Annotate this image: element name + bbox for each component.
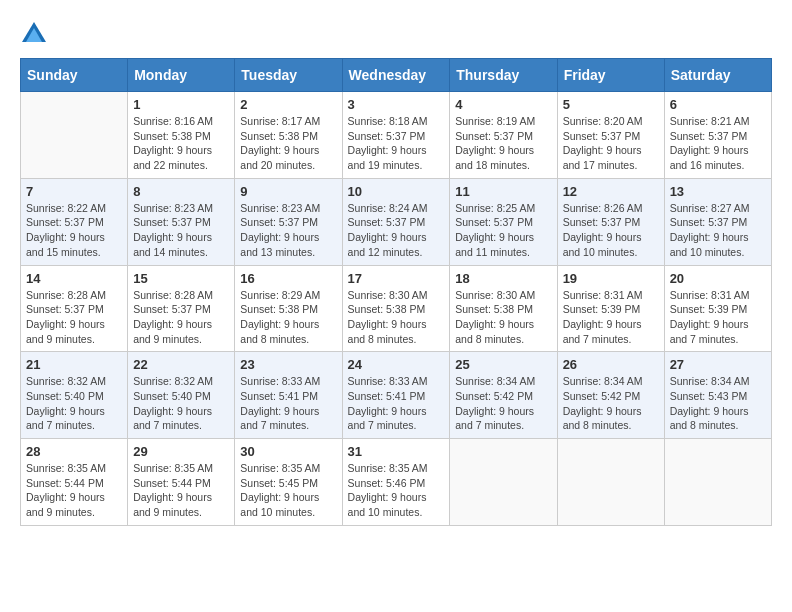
- day-number: 13: [670, 184, 766, 199]
- day-info: Sunrise: 8:22 AM Sunset: 5:37 PM Dayligh…: [26, 201, 122, 260]
- day-number: 7: [26, 184, 122, 199]
- day-number: 30: [240, 444, 336, 459]
- calendar-week-row: 1Sunrise: 8:16 AM Sunset: 5:38 PM Daylig…: [21, 92, 772, 179]
- weekday-header: Friday: [557, 59, 664, 92]
- calendar-table: SundayMondayTuesdayWednesdayThursdayFrid…: [20, 58, 772, 526]
- calendar-cell: 12Sunrise: 8:26 AM Sunset: 5:37 PM Dayli…: [557, 178, 664, 265]
- calendar-cell: 6Sunrise: 8:21 AM Sunset: 5:37 PM Daylig…: [664, 92, 771, 179]
- calendar-cell: 2Sunrise: 8:17 AM Sunset: 5:38 PM Daylig…: [235, 92, 342, 179]
- calendar-cell: 18Sunrise: 8:30 AM Sunset: 5:38 PM Dayli…: [450, 265, 557, 352]
- calendar-week-row: 14Sunrise: 8:28 AM Sunset: 5:37 PM Dayli…: [21, 265, 772, 352]
- day-info: Sunrise: 8:25 AM Sunset: 5:37 PM Dayligh…: [455, 201, 551, 260]
- weekday-header: Monday: [128, 59, 235, 92]
- calendar-cell: [557, 439, 664, 526]
- day-number: 20: [670, 271, 766, 286]
- day-number: 1: [133, 97, 229, 112]
- calendar-cell: 1Sunrise: 8:16 AM Sunset: 5:38 PM Daylig…: [128, 92, 235, 179]
- calendar-cell: 3Sunrise: 8:18 AM Sunset: 5:37 PM Daylig…: [342, 92, 450, 179]
- calendar-cell: 11Sunrise: 8:25 AM Sunset: 5:37 PM Dayli…: [450, 178, 557, 265]
- day-number: 3: [348, 97, 445, 112]
- calendar-cell: 28Sunrise: 8:35 AM Sunset: 5:44 PM Dayli…: [21, 439, 128, 526]
- calendar-cell: 22Sunrise: 8:32 AM Sunset: 5:40 PM Dayli…: [128, 352, 235, 439]
- day-number: 5: [563, 97, 659, 112]
- day-number: 21: [26, 357, 122, 372]
- day-info: Sunrise: 8:32 AM Sunset: 5:40 PM Dayligh…: [26, 374, 122, 433]
- day-info: Sunrise: 8:24 AM Sunset: 5:37 PM Dayligh…: [348, 201, 445, 260]
- day-number: 16: [240, 271, 336, 286]
- day-number: 22: [133, 357, 229, 372]
- calendar-cell: 13Sunrise: 8:27 AM Sunset: 5:37 PM Dayli…: [664, 178, 771, 265]
- calendar-cell: 27Sunrise: 8:34 AM Sunset: 5:43 PM Dayli…: [664, 352, 771, 439]
- calendar-cell: 29Sunrise: 8:35 AM Sunset: 5:44 PM Dayli…: [128, 439, 235, 526]
- calendar-cell: 15Sunrise: 8:28 AM Sunset: 5:37 PM Dayli…: [128, 265, 235, 352]
- calendar-week-row: 21Sunrise: 8:32 AM Sunset: 5:40 PM Dayli…: [21, 352, 772, 439]
- page-header: [20, 20, 772, 48]
- calendar-cell: 21Sunrise: 8:32 AM Sunset: 5:40 PM Dayli…: [21, 352, 128, 439]
- day-number: 15: [133, 271, 229, 286]
- day-number: 8: [133, 184, 229, 199]
- day-number: 4: [455, 97, 551, 112]
- calendar-cell: 17Sunrise: 8:30 AM Sunset: 5:38 PM Dayli…: [342, 265, 450, 352]
- day-info: Sunrise: 8:16 AM Sunset: 5:38 PM Dayligh…: [133, 114, 229, 173]
- day-info: Sunrise: 8:34 AM Sunset: 5:43 PM Dayligh…: [670, 374, 766, 433]
- day-info: Sunrise: 8:18 AM Sunset: 5:37 PM Dayligh…: [348, 114, 445, 173]
- day-number: 24: [348, 357, 445, 372]
- day-number: 26: [563, 357, 659, 372]
- day-info: Sunrise: 8:28 AM Sunset: 5:37 PM Dayligh…: [133, 288, 229, 347]
- calendar-week-row: 28Sunrise: 8:35 AM Sunset: 5:44 PM Dayli…: [21, 439, 772, 526]
- day-info: Sunrise: 8:19 AM Sunset: 5:37 PM Dayligh…: [455, 114, 551, 173]
- calendar-cell: 14Sunrise: 8:28 AM Sunset: 5:37 PM Dayli…: [21, 265, 128, 352]
- day-number: 6: [670, 97, 766, 112]
- day-info: Sunrise: 8:21 AM Sunset: 5:37 PM Dayligh…: [670, 114, 766, 173]
- calendar-cell: 20Sunrise: 8:31 AM Sunset: 5:39 PM Dayli…: [664, 265, 771, 352]
- logo: [20, 20, 52, 48]
- weekday-header: Tuesday: [235, 59, 342, 92]
- day-number: 31: [348, 444, 445, 459]
- day-number: 23: [240, 357, 336, 372]
- weekday-header: Wednesday: [342, 59, 450, 92]
- day-number: 27: [670, 357, 766, 372]
- day-info: Sunrise: 8:20 AM Sunset: 5:37 PM Dayligh…: [563, 114, 659, 173]
- day-info: Sunrise: 8:35 AM Sunset: 5:44 PM Dayligh…: [26, 461, 122, 520]
- day-info: Sunrise: 8:27 AM Sunset: 5:37 PM Dayligh…: [670, 201, 766, 260]
- day-number: 2: [240, 97, 336, 112]
- day-info: Sunrise: 8:31 AM Sunset: 5:39 PM Dayligh…: [670, 288, 766, 347]
- day-info: Sunrise: 8:30 AM Sunset: 5:38 PM Dayligh…: [455, 288, 551, 347]
- day-info: Sunrise: 8:29 AM Sunset: 5:38 PM Dayligh…: [240, 288, 336, 347]
- calendar-cell: 7Sunrise: 8:22 AM Sunset: 5:37 PM Daylig…: [21, 178, 128, 265]
- day-info: Sunrise: 8:23 AM Sunset: 5:37 PM Dayligh…: [133, 201, 229, 260]
- day-info: Sunrise: 8:30 AM Sunset: 5:38 PM Dayligh…: [348, 288, 445, 347]
- day-number: 12: [563, 184, 659, 199]
- day-number: 29: [133, 444, 229, 459]
- day-number: 25: [455, 357, 551, 372]
- day-info: Sunrise: 8:33 AM Sunset: 5:41 PM Dayligh…: [348, 374, 445, 433]
- calendar-cell: 4Sunrise: 8:19 AM Sunset: 5:37 PM Daylig…: [450, 92, 557, 179]
- day-info: Sunrise: 8:26 AM Sunset: 5:37 PM Dayligh…: [563, 201, 659, 260]
- day-number: 17: [348, 271, 445, 286]
- day-info: Sunrise: 8:28 AM Sunset: 5:37 PM Dayligh…: [26, 288, 122, 347]
- day-info: Sunrise: 8:35 AM Sunset: 5:46 PM Dayligh…: [348, 461, 445, 520]
- calendar-cell: 19Sunrise: 8:31 AM Sunset: 5:39 PM Dayli…: [557, 265, 664, 352]
- day-info: Sunrise: 8:34 AM Sunset: 5:42 PM Dayligh…: [455, 374, 551, 433]
- calendar-cell: 30Sunrise: 8:35 AM Sunset: 5:45 PM Dayli…: [235, 439, 342, 526]
- day-number: 19: [563, 271, 659, 286]
- calendar-cell: 23Sunrise: 8:33 AM Sunset: 5:41 PM Dayli…: [235, 352, 342, 439]
- weekday-header: Saturday: [664, 59, 771, 92]
- calendar-cell: 31Sunrise: 8:35 AM Sunset: 5:46 PM Dayli…: [342, 439, 450, 526]
- logo-icon: [20, 20, 48, 48]
- day-number: 10: [348, 184, 445, 199]
- day-number: 14: [26, 271, 122, 286]
- day-info: Sunrise: 8:31 AM Sunset: 5:39 PM Dayligh…: [563, 288, 659, 347]
- calendar-cell: 16Sunrise: 8:29 AM Sunset: 5:38 PM Dayli…: [235, 265, 342, 352]
- day-info: Sunrise: 8:23 AM Sunset: 5:37 PM Dayligh…: [240, 201, 336, 260]
- day-info: Sunrise: 8:34 AM Sunset: 5:42 PM Dayligh…: [563, 374, 659, 433]
- calendar-cell: [664, 439, 771, 526]
- weekday-header: Thursday: [450, 59, 557, 92]
- day-info: Sunrise: 8:33 AM Sunset: 5:41 PM Dayligh…: [240, 374, 336, 433]
- day-info: Sunrise: 8:35 AM Sunset: 5:44 PM Dayligh…: [133, 461, 229, 520]
- day-number: 9: [240, 184, 336, 199]
- calendar-cell: 25Sunrise: 8:34 AM Sunset: 5:42 PM Dayli…: [450, 352, 557, 439]
- calendar-cell: [21, 92, 128, 179]
- calendar-header-row: SundayMondayTuesdayWednesdayThursdayFrid…: [21, 59, 772, 92]
- calendar-cell: 10Sunrise: 8:24 AM Sunset: 5:37 PM Dayli…: [342, 178, 450, 265]
